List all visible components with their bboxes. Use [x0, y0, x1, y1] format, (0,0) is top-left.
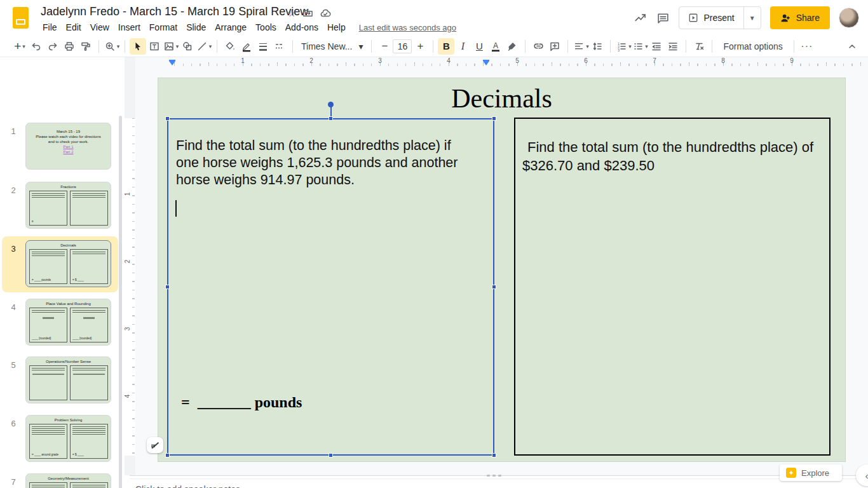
star-icon[interactable]: ☆	[287, 7, 296, 19]
insert-shape-button[interactable]	[179, 38, 196, 55]
fill-color-button[interactable]	[222, 38, 238, 55]
menu-slide[interactable]: Slide	[182, 21, 210, 34]
numbered-list-button[interactable]: 123▾	[615, 38, 632, 55]
highlight-color-button[interactable]	[504, 38, 520, 55]
explore-button[interactable]: ✦ Explore	[780, 464, 842, 481]
slide-thumbnail-2[interactable]: Fractions ≡	[25, 182, 111, 229]
speaker-notes-area[interactable]: Click to add speaker notes	[135, 480, 517, 488]
indent-marker-right[interactable]	[483, 61, 489, 65]
resize-handle-sw[interactable]	[165, 453, 170, 458]
filmstrip-scrollbar[interactable]	[119, 116, 122, 488]
thumbnail-row-2[interactable]: 2 Fractions ≡	[0, 182, 119, 238]
paint-format-button[interactable]	[78, 38, 94, 55]
thumbnail-row-4[interactable]: 4 Place Value and Rounding ____ [rounded…	[0, 299, 119, 355]
text-box-button[interactable]	[146, 38, 163, 55]
line-spacing-button[interactable]	[589, 38, 606, 55]
slide-thumbnail-6[interactable]: Problem Solving = ____ around grade = $ …	[25, 415, 111, 462]
slides-logo-icon[interactable]	[13, 7, 29, 29]
thumbnail-row-5[interactable]: 5 Operations/Number Sense	[0, 356, 119, 412]
resize-handle-se[interactable]	[492, 453, 496, 458]
rotation-handle[interactable]	[328, 102, 334, 107]
menu-bar: File Edit View Insert Format Slide Arran…	[38, 21, 456, 34]
comment-history-icon[interactable]	[656, 11, 670, 25]
new-slide-button[interactable]: +▾	[11, 38, 28, 55]
border-dash-button[interactable]	[271, 38, 288, 55]
font-family-select[interactable]: Times New...▾	[297, 41, 367, 51]
align-button[interactable]: ▾	[573, 38, 589, 55]
slide-thumbnail-5[interactable]: Operations/Number Sense	[25, 356, 111, 403]
pen-annotate-button[interactable]	[147, 437, 163, 453]
slide-title[interactable]: Decimals	[158, 83, 845, 114]
insert-image-button[interactable]: ▾	[163, 38, 179, 55]
insert-link-button[interactable]	[530, 38, 546, 55]
menu-addons[interactable]: Add-ons	[281, 21, 323, 34]
zoom-button[interactable]: ▾	[104, 38, 120, 55]
resize-handle-n[interactable]	[329, 116, 333, 121]
slide-thumbnail-1[interactable]: March 15 - 19 Please watch each video fo…	[25, 123, 111, 170]
h-ruler-number: 7	[653, 57, 656, 64]
left-text-box-selected[interactable]: Find the total sum (to the hundredths pl…	[167, 118, 494, 456]
font-size-input[interactable]: 16	[393, 39, 412, 53]
present-button[interactable]: Present ▼	[679, 6, 761, 29]
bold-button[interactable]: B	[438, 38, 454, 55]
cloud-status-icon[interactable]	[320, 8, 331, 19]
menu-help[interactable]: Help	[323, 21, 350, 34]
decrease-font-size-button[interactable]: −	[376, 38, 393, 55]
underline-button[interactable]: U	[471, 38, 487, 55]
italic-button[interactable]: I	[454, 38, 471, 55]
resize-handle-nw[interactable]	[165, 116, 170, 121]
h-ruler-number: 6	[584, 57, 588, 64]
right-problem-text: Find the total sum (to the hundredths pl…	[522, 138, 825, 175]
last-edit-status[interactable]: Last edit was seconds ago	[359, 23, 456, 32]
thumbnail-row-6[interactable]: 6 Problem Solving = ____ around grade = …	[0, 415, 119, 471]
menu-arrange[interactable]: Arrange	[210, 21, 251, 34]
clear-formatting-button[interactable]	[691, 38, 707, 55]
hide-menus-button[interactable]	[844, 38, 860, 55]
format-options-button[interactable]: Format options	[717, 41, 789, 51]
resize-handle-w[interactable]	[165, 285, 170, 289]
thumbnail-row-1[interactable]: 1 March 15 - 19 Please watch each video …	[0, 123, 119, 179]
resize-handle-s[interactable]	[329, 453, 333, 458]
increase-indent-button[interactable]	[665, 38, 681, 55]
bulleted-list-button[interactable]: ▾	[632, 38, 648, 55]
indent-marker-left[interactable]	[169, 61, 175, 65]
insert-line-button[interactable]: ▾	[196, 38, 212, 55]
slide-thumbnail-3[interactable]: Decimals = ____ pounds = $ ____	[25, 240, 111, 287]
select-tool-button[interactable]	[130, 38, 146, 55]
thumbnail-row-7[interactable]: 7 Geometry/Measurement ____ square yards	[0, 473, 119, 488]
menu-view[interactable]: View	[86, 21, 114, 34]
menu-file[interactable]: File	[38, 21, 62, 34]
resize-handle-ne[interactable]	[492, 116, 496, 121]
add-comment-button[interactable]	[546, 38, 563, 55]
share-button[interactable]: Share	[770, 6, 830, 29]
menu-edit[interactable]: Edit	[62, 21, 86, 34]
menu-format[interactable]: Format	[145, 21, 182, 34]
account-avatar[interactable]	[839, 8, 859, 28]
right-text-box[interactable]: Find the total sum (to the hundredths pl…	[514, 118, 831, 456]
slide-number: 2	[6, 186, 20, 195]
thumb1-line3: and to check your work.	[26, 139, 111, 144]
move-folder-icon[interactable]	[302, 8, 313, 18]
menu-insert[interactable]: Insert	[114, 21, 145, 34]
decrease-indent-button[interactable]	[648, 38, 665, 55]
undo-button[interactable]	[28, 38, 44, 55]
thumbnail-row-3-selected[interactable]: 3 Decimals = ____ pounds = $ ____	[0, 240, 119, 296]
print-button[interactable]	[61, 38, 78, 55]
h-ruler-number: 5	[515, 57, 519, 64]
resize-handle-e[interactable]	[492, 285, 496, 289]
text-color-button[interactable]: A	[487, 38, 504, 55]
slide-thumbnail-7[interactable]: Geometry/Measurement ____ square yards	[25, 473, 111, 488]
svg-text:3: 3	[618, 48, 620, 52]
more-toolbar-button[interactable]: ···	[799, 38, 815, 55]
menu-tools[interactable]: Tools	[251, 21, 281, 34]
activity-dashboard-icon[interactable]	[634, 11, 648, 25]
slide-thumbnail-4[interactable]: Place Value and Rounding ____ [rounded] …	[25, 299, 111, 346]
v-ruler-number: 1	[124, 193, 131, 196]
increase-font-size-button[interactable]: +	[412, 38, 428, 55]
border-color-button[interactable]	[238, 38, 255, 55]
border-weight-button[interactable]	[255, 38, 271, 55]
present-dropdown-caret[interactable]: ▼	[743, 7, 761, 29]
notes-resize-handle[interactable]	[487, 475, 501, 477]
redo-button[interactable]	[44, 38, 61, 55]
document-title[interactable]: Jadelynn Fredo - March 15 - March 19 Spi…	[41, 5, 308, 18]
